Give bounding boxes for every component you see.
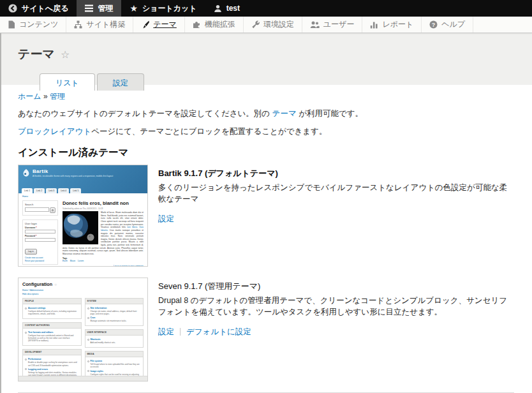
theme-row-bartik: Bartik A flexible, recolorable theme wit… <box>18 165 514 267</box>
breadcrumb-admin-link[interactable]: 管理 <box>50 92 65 101</box>
bartik-preview-login-button: Log in <box>25 249 37 255</box>
themes-link[interactable]: テーマ <box>272 109 297 118</box>
shortcuts-star-icon: ★ <box>129 4 138 13</box>
bartik-preview-search-button <box>50 207 55 213</box>
bartik-preview-header: Bartik A flexible, recolorable theme wit… <box>18 165 147 193</box>
manage-menu-item[interactable]: 管理 <box>77 0 121 17</box>
bartik-preview-search-input <box>25 207 49 212</box>
seven-theme-screenshot: Configuration ☆ Home » Administration Hi… <box>18 278 148 382</box>
user-icon <box>214 4 222 13</box>
theme-row-seven: Configuration ☆ Home » Administration Hi… <box>18 278 514 382</box>
seven-set-default-link[interactable]: デフォルトに設定 <box>186 327 251 337</box>
wrench-icon <box>251 20 260 29</box>
breadcrumb-home-link[interactable]: ホーム <box>18 92 41 101</box>
shortcuts-label: ショートカット <box>142 3 197 14</box>
breadcrumb: ホーム » 管理 <box>18 91 514 102</box>
svg-text:?: ? <box>432 22 436 28</box>
hamburger-menu-icon <box>85 4 93 12</box>
shortcuts-menu-item[interactable]: ★ ショートカット <box>121 0 205 17</box>
toolbar-item-help[interactable]: ? ヘルプ <box>422 17 473 33</box>
back-circle-icon <box>8 4 17 13</box>
user-account-item[interactable]: test <box>205 0 248 17</box>
seven-theme-title: Seven 9.1.7 (管理用テーマ) <box>158 281 514 292</box>
bartik-theme-screenshot: Bartik A flexible, recolorable theme wit… <box>18 165 148 267</box>
admin-bar: サイトへ戻る 管理 ★ ショートカット test <box>0 0 532 17</box>
bartik-preview-body: Search User login Username * Password * <box>18 199 147 267</box>
seven-panel-system: SYSTEM Site information Change site name… <box>85 298 144 326</box>
bartik-preview-password-input <box>25 238 55 242</box>
installed-themes-heading: インストール済みテーマ <box>18 146 514 159</box>
structure-icon <box>74 20 82 29</box>
window-left-edge <box>0 33 1 393</box>
tab-settings[interactable]: 設定 <box>97 73 144 91</box>
drupal-admin-page: サイトへ戻る 管理 ★ ショートカット test コンテンツ <box>0 0 532 393</box>
drupal-logo-icon <box>22 168 30 177</box>
help-icon: ? <box>429 20 438 29</box>
earth-photo <box>63 211 98 244</box>
toolbar-item-appearance[interactable]: テーマ <box>133 17 185 33</box>
breadcrumb-separator: » <box>43 92 48 101</box>
bartik-theme-description: 多くのリージョンを持ったレスポンシブでモバイルファーストなレイアウトの色設定が可… <box>158 182 514 205</box>
users-icon <box>310 20 320 29</box>
file-icon <box>8 20 15 29</box>
puzzle-icon <box>193 20 201 29</box>
toolbar-item-extend[interactable]: 機能拡張 <box>185 17 244 33</box>
link-separator <box>180 328 181 336</box>
bartik-preview-tabs: Link 1 Link 2 Link 3 Link 4 Link 5 <box>22 188 81 193</box>
seven-panel-content-authoring: CONTENT AUTHORING Text formats and edito… <box>22 322 82 346</box>
bar-chart-icon <box>370 20 378 29</box>
bartik-preview-username-input <box>25 230 55 234</box>
manage-label: 管理 <box>98 3 113 14</box>
intro-paragraph-2: ブロックレイアウトページにて、テーマごとにブロックを配置することができます。 <box>18 126 514 137</box>
admin-toolbar: コンテンツ サイト構築 テーマ 機能拡張 <box>0 17 532 33</box>
back-to-site-label: サイトへ戻る <box>22 3 68 14</box>
page-header: テーマ ☆ リスト 設定 <box>0 33 532 85</box>
seven-theme-info: Seven 9.1.7 (管理用テーマ) Drupal 8 のデフォルトの管理者… <box>158 278 514 337</box>
intro-paragraph-1: あなたのウェブサイトのデフォルトテーマを設定してください。別の テーマ が利用可… <box>18 108 514 119</box>
block-layout-link[interactable]: ブロックレイアウト <box>18 127 91 136</box>
main-content: ホーム » 管理 あなたのウェブサイトのデフォルトテーマを設定してください。別の… <box>0 85 532 393</box>
seven-panel-user-interface: USER INTERFACE Shortcuts Add and modify … <box>85 329 144 348</box>
toolbar-item-people[interactable]: ユーザー <box>302 17 363 33</box>
favorite-star-icon[interactable]: ☆ <box>61 48 70 61</box>
page-title: テーマ ☆ <box>18 46 514 63</box>
tab-list[interactable]: リスト <box>40 73 95 91</box>
toolbar-item-configuration[interactable]: 環境設定 <box>244 17 302 33</box>
back-to-site-link[interactable]: サイトへ戻る <box>0 0 77 17</box>
toolbar-item-structure[interactable]: サイト構築 <box>66 17 133 33</box>
username-label: test <box>226 4 240 13</box>
paintbrush-icon <box>141 20 149 29</box>
seven-preview-footer <box>18 376 147 381</box>
bartik-theme-title: Bartik 9.1.7 (デフォルトテーマ) <box>158 168 514 179</box>
seven-theme-description: Drupal 8 のデフォルトの管理者用テーマで、クリーンなコードとシンプルブロ… <box>158 295 514 318</box>
bartik-settings-link[interactable]: 設定 <box>158 214 174 225</box>
toolbar-item-content[interactable]: コンテンツ <box>0 17 66 33</box>
bartik-theme-info: Bartik 9.1.7 (デフォルトテーマ) 多くのリージョンを持ったレスポン… <box>158 165 514 224</box>
toolbar-item-reports[interactable]: レポート <box>362 17 422 33</box>
seven-panel-people: PEOPLE Account settings Configure defaul… <box>22 298 82 319</box>
seven-settings-link[interactable]: 設定 <box>158 327 174 337</box>
